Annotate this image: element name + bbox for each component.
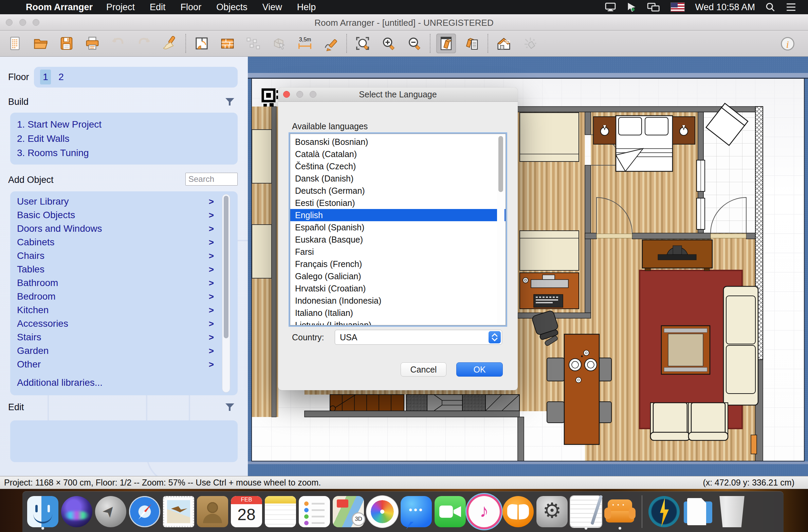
language-option-farsi[interactable]: Farsi (290, 246, 506, 258)
dock-app-launchpad[interactable] (94, 493, 128, 530)
dialog-title-bar[interactable]: Select the Language (278, 88, 518, 102)
displays-icon[interactable] (647, 2, 660, 12)
pen-tool-button[interactable] (321, 34, 341, 53)
lightning-app-icon[interactable] (648, 496, 680, 527)
dock-app-documents[interactable] (681, 493, 715, 530)
ibooks-app-icon[interactable] (502, 496, 534, 527)
menu-item-objects[interactable]: Objects (216, 2, 247, 13)
print-tool-button[interactable] (82, 34, 102, 53)
display-mirroring-icon[interactable] (605, 2, 616, 12)
dock-app-reminders[interactable] (297, 493, 331, 530)
dock-app-safari[interactable] (128, 493, 162, 530)
safari-app-icon[interactable] (129, 496, 160, 527)
library-category-bedroom[interactable]: Bedroom> (10, 290, 238, 303)
dock-app-maps[interactable]: 3D (331, 493, 365, 530)
contacts-app-icon[interactable] (197, 496, 228, 527)
language-option-bosanski-bosnian-[interactable]: Bosanski (Bosnian) (290, 136, 506, 148)
menu-item-view[interactable]: View (262, 2, 282, 13)
textedit-app-icon[interactable] (570, 496, 602, 527)
maps-app-icon[interactable]: 3D (333, 496, 364, 527)
open-tool-button[interactable] (31, 34, 51, 53)
dock-app-messages[interactable] (399, 493, 433, 530)
library-scrollbar-thumb[interactable] (224, 196, 228, 338)
library-category-garden[interactable]: Garden> (10, 344, 238, 358)
dock-app-contacts[interactable] (196, 493, 229, 530)
library-category-kitchen[interactable]: Kitchen> (10, 303, 238, 317)
dock-app-itunes[interactable] (467, 493, 501, 530)
language-option-fran-ais-french-[interactable]: Français (French) (290, 258, 506, 270)
sysprefs-app-icon[interactable] (536, 496, 568, 527)
walllist-tool-button[interactable] (462, 34, 482, 53)
trash-app-icon[interactable] (716, 496, 748, 527)
dock-app-photos[interactable] (365, 493, 399, 530)
dock-app-roomarranger[interactable]: ••• (603, 493, 637, 530)
new-tool-button[interactable] (5, 34, 25, 53)
reminders-app-icon[interactable] (299, 496, 330, 527)
app-menu-title[interactable]: Room Arranger (26, 2, 93, 13)
info-button[interactable]: i (778, 34, 797, 54)
language-option-hrvatski-croatian-[interactable]: Hrvatski (Croatian) (290, 282, 506, 294)
library-category-chairs[interactable]: Chairs> (10, 249, 238, 263)
floor-tab-2[interactable]: 2 (56, 70, 67, 84)
build-step-3[interactable]: 3. Rooms Tuning (17, 148, 102, 158)
library-category-stairs[interactable]: Stairs> (10, 330, 238, 344)
dock-app-textedit[interactable] (569, 493, 603, 530)
photos-app-icon[interactable] (367, 496, 398, 527)
language-option-deutsch-german-[interactable]: Deutsch (German) (290, 185, 506, 197)
library-category-bathroom[interactable]: Bathroom> (10, 276, 238, 290)
siri-app-icon[interactable] (61, 496, 92, 527)
floor-tab-1[interactable]: 1 (40, 70, 51, 84)
calendar-app-icon[interactable]: FEB28 (231, 496, 262, 527)
library-category-doors-and-windows[interactable]: Doors and Windows> (10, 222, 238, 235)
documents-app-icon[interactable] (682, 496, 714, 527)
dock-app-facetime[interactable] (433, 493, 467, 530)
house3d-tool-button[interactable]: 3D (494, 34, 514, 53)
itunes-app-icon[interactable] (469, 496, 500, 527)
language-option-dansk-danish-[interactable]: Dansk (Danish) (290, 172, 506, 185)
zoomfit-tool-button[interactable] (353, 34, 372, 53)
language-option-italiano-italian-[interactable]: Italiano (Italian) (290, 307, 506, 319)
library-category-user-library[interactable]: User Library> (10, 195, 238, 208)
country-select[interactable]: USA (335, 330, 502, 345)
dock-app-notes[interactable] (263, 493, 297, 530)
menu-item-help[interactable]: Help (297, 2, 316, 13)
menu-item-floor[interactable]: Floor (181, 2, 202, 13)
search-input[interactable] (185, 173, 238, 186)
notification-center-icon[interactable] (786, 2, 796, 12)
brush-tool-button[interactable] (160, 34, 180, 53)
library-category-tables[interactable]: Tables> (10, 263, 238, 276)
language-option-english[interactable]: English (290, 209, 506, 221)
zoomout-tool-button[interactable] (404, 34, 424, 53)
mail-app-icon[interactable] (163, 496, 194, 527)
library-category-accessories[interactable]: Accessories> (10, 317, 238, 330)
build-step-2[interactable]: 2. Edit Walls (17, 134, 102, 144)
additional-libraries-link[interactable]: Additional libraries... (10, 376, 238, 390)
zoomin-tool-button[interactable] (379, 34, 398, 53)
plan-tool-button[interactable] (192, 34, 212, 53)
language-scrollbar[interactable] (497, 135, 504, 324)
menu-item-edit[interactable]: Edit (150, 2, 166, 13)
messages-app-icon[interactable] (401, 496, 432, 527)
launchpad-app-icon[interactable] (95, 496, 126, 527)
wallview-tool-button[interactable] (436, 34, 456, 53)
dock-app-sysprefs[interactable] (535, 493, 569, 530)
facetime-app-icon[interactable] (435, 496, 466, 527)
library-category-other[interactable]: Other> (10, 358, 238, 371)
dock-app-siri[interactable] (60, 493, 94, 530)
library-category-cabinets[interactable]: Cabinets> (10, 235, 238, 249)
country-stepper-icon[interactable] (489, 331, 501, 343)
build-step-1[interactable]: 1. Start New Project (17, 119, 102, 130)
dock-app-trash[interactable] (715, 493, 749, 530)
menu-item-project[interactable]: Project (106, 2, 135, 13)
language-option-euskara-basque-[interactable]: Euskara (Basque) (290, 233, 506, 246)
wall-tool-button[interactable] (218, 34, 237, 53)
measure-tool-button[interactable]: 3,5m (295, 34, 315, 53)
language-option-catal-catalan-[interactable]: Català (Catalan) (290, 148, 506, 160)
notes-app-icon[interactable] (265, 496, 296, 527)
finder-app-icon[interactable] (27, 496, 58, 527)
language-option-galego-galician-[interactable]: Galego (Galician) (290, 270, 506, 282)
edit-filter-icon[interactable] (225, 403, 234, 412)
language-option--e-tina-czech-[interactable]: Čeština (Czech) (290, 160, 506, 172)
pointer-tool-icon[interactable] (626, 2, 637, 12)
language-scrollbar-thumb[interactable] (498, 136, 503, 192)
